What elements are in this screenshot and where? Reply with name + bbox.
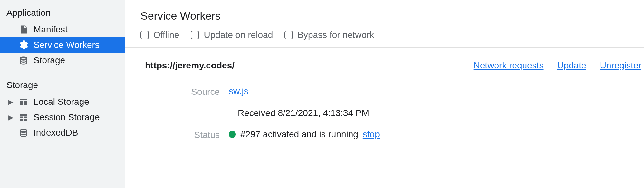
sidebar-item-service-workers[interactable]: Service Workers [0,37,125,53]
database-icon [19,56,28,65]
checkbox-box[interactable] [284,31,293,39]
status-value: #297 activated and is running stop [229,129,380,139]
detail-row-status: Status #297 activated and is running sto… [145,129,644,140]
source-file-link[interactable]: sw.js [229,86,248,96]
sidebar-item-label: Local Storage [34,97,89,107]
checkbox-row: Offline Update on reload Bypass for netw… [125,29,644,48]
detail-row-source: Source sw.js [145,86,644,97]
detail-section: Source sw.js Received 8/21/2021, 4:13:34… [125,71,644,146]
sidebar-item-label: Manifest [34,24,68,35]
checkbox-label: Offline [153,30,179,40]
sidebar-item-label: Storage [34,55,65,66]
checkbox-bypass-for-network[interactable]: Bypass for network [284,30,374,40]
table-icon [19,112,28,122]
checkbox-box[interactable] [191,31,199,39]
origin-url: https://jeremy.codes/ [145,60,235,71]
sidebar: Application Manifest Service Workers Sto… [0,0,125,188]
sidebar-section-application: Application [0,6,125,22]
sidebar-item-session-storage[interactable]: ▶ Session Storage [0,110,125,125]
sidebar-item-label: Service Workers [34,40,100,50]
status-indicator-dot [229,131,236,138]
chevron-right-icon[interactable]: ▶ [8,98,14,106]
checkbox-update-on-reload[interactable]: Update on reload [191,30,273,40]
main-panel: Service Workers Offline Update on reload… [125,0,644,188]
database-icon [19,128,28,138]
update-link[interactable]: Update [557,60,586,71]
detail-label-status: Status [145,129,229,140]
sidebar-item-manifest[interactable]: Manifest [0,22,125,37]
page-title: Service Workers [125,10,644,29]
sidebar-section-storage: Storage [0,78,125,94]
status-text: #297 activated and is running [240,129,358,139]
origin-row: https://jeremy.codes/ Network requests U… [125,48,644,71]
sidebar-item-label: Session Storage [34,112,100,122]
unregister-link[interactable]: Unregister [600,60,641,71]
checkbox-label: Update on reload [204,30,273,40]
table-icon [19,97,28,107]
checkbox-box[interactable] [140,31,149,39]
received-text: Received 8/21/2021, 4:13:34 PM [145,103,644,129]
detail-label-source: Source [145,86,229,97]
checkbox-label: Bypass for network [297,30,374,40]
sidebar-item-local-storage[interactable]: ▶ Local Storage [0,94,125,110]
sidebar-item-storage[interactable]: Storage [0,53,125,68]
gear-icon [19,40,28,50]
stop-link[interactable]: stop [363,129,380,139]
network-requests-link[interactable]: Network requests [474,60,544,71]
chevron-right-icon[interactable]: ▶ [8,113,14,121]
sidebar-divider [0,72,125,72]
origin-links: Network requests Update Unregister [474,60,641,71]
document-icon [19,25,28,34]
sidebar-item-indexed-db[interactable]: IndexedDB [0,125,125,140]
sidebar-item-label: IndexedDB [34,128,78,138]
checkbox-offline[interactable]: Offline [140,30,179,40]
